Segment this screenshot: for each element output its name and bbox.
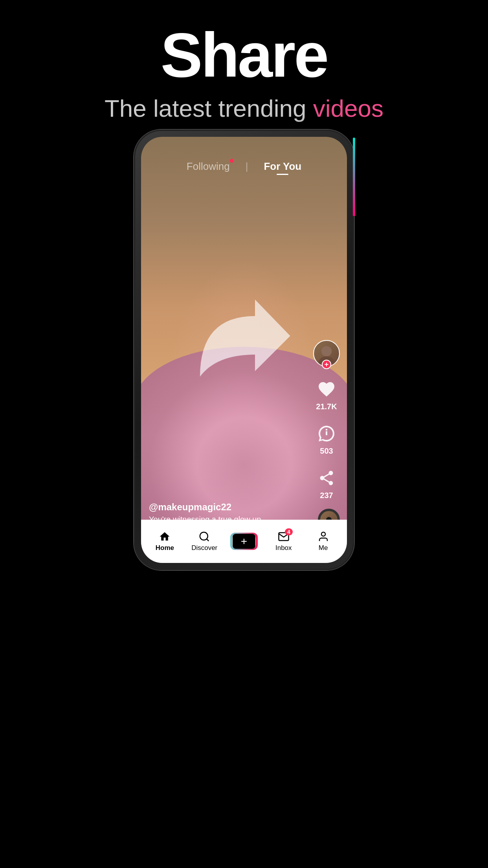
video-username: @makeupmagic22 [149,502,308,513]
bottom-navigation: Home Discover + [141,520,347,563]
following-tab[interactable]: Following [187,160,230,173]
comment-icon [316,423,337,444]
for-you-label: For You [264,160,301,172]
svg-point-2 [200,532,208,540]
home-label: Home [156,544,174,552]
nav-discover[interactable]: Discover [187,531,222,552]
inbox-badge: 4 [285,528,293,535]
comment-action[interactable]: 503 [316,423,337,456]
share-icon [316,467,337,489]
following-label: Following [187,160,230,172]
inbox-icon: 4 [278,531,290,542]
svg-point-3 [321,532,325,536]
discover-label: Discover [191,544,217,552]
nav-create[interactable]: + [226,533,262,550]
me-icon [317,531,329,542]
me-label: Me [319,544,328,552]
share-arrow-overlay [189,294,299,406]
home-icon [159,531,171,542]
nav-inbox[interactable]: 4 Inbox [266,531,301,552]
top-navigation: Following | For You [141,160,347,173]
sidebar-actions: + 21.7K [313,340,340,500]
share-count: 237 [320,491,333,500]
nav-separator: | [246,160,248,173]
heart-icon [316,379,337,400]
subtitle-start: The latest trending [105,95,313,122]
nav-home[interactable]: Home [147,531,182,552]
comment-count: 503 [320,447,333,456]
svg-point-0 [321,346,332,356]
for-you-tab[interactable]: For You [264,160,301,173]
page-subtitle: The latest trending videos [0,94,488,122]
header-area: Share The latest trending videos [0,0,488,122]
phone-mockup: Following | For You [134,130,354,570]
subtitle-highlight: videos [313,95,383,122]
phone-screen: Following | For You [141,137,347,563]
phone-bezel: Following | For You [134,130,354,570]
share-action[interactable]: 237 [316,467,337,500]
like-action[interactable]: 21.7K [316,379,337,411]
following-notification-dot [230,159,234,163]
inbox-label: Inbox [275,544,292,552]
follow-plus-button[interactable]: + [322,360,331,369]
discover-icon [198,531,210,542]
plus-icon: + [233,534,255,549]
page-title: Share [0,24,488,86]
nav-me[interactable]: Me [306,531,341,552]
create-button[interactable]: + [230,533,258,550]
avatar-container[interactable]: + [313,340,340,367]
like-count: 21.7K [316,402,337,411]
